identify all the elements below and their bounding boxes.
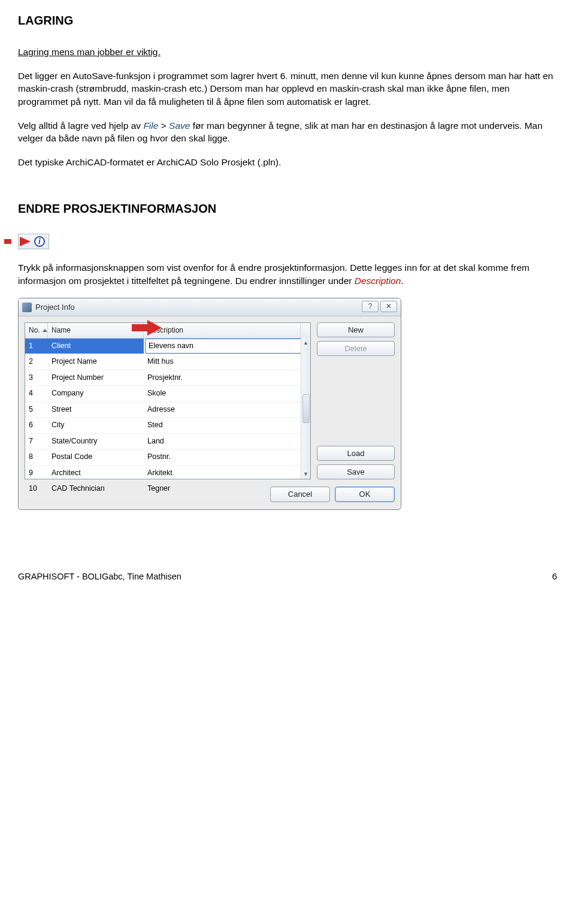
lagring-format-text: Det typiske ArchiCAD-formatet er ArchiCA… [18, 156, 557, 169]
table-row[interactable]: 3 Project Number Prosjektnr. [25, 370, 310, 386]
new-button[interactable]: New [317, 322, 395, 337]
dialog-title: Project Info [35, 302, 75, 313]
project-info-dialog: Project Info ? ✕ No. Name Description 1 … [18, 298, 401, 510]
table-row[interactable]: 8 Postal Code Postnr. [25, 449, 310, 466]
load-button[interactable]: Load [317, 446, 395, 461]
heading-lagring: LAGRING [18, 12, 557, 29]
red-arrow-icon [20, 237, 31, 246]
save-button[interactable]: Save [317, 464, 395, 479]
lagring-autosave-text: Det ligger en AutoSave-funksjon i progra… [18, 70, 557, 108]
footer-credit: GRAPHISOFT - BOLIGabc, Tine Mathisen [18, 570, 181, 582]
endre-prosjekt-text: Trykk på informasjonsknappen som vist ov… [18, 261, 557, 287]
scrollbar[interactable]: ▲ ▼ [301, 338, 310, 479]
ok-button[interactable]: OK [335, 487, 395, 502]
description-input[interactable]: Elevens navn [145, 339, 309, 354]
dialog-titlebar[interactable]: Project Info ? ✕ [19, 298, 401, 316]
col-name[interactable]: Name [48, 323, 144, 338]
table-row[interactable]: 5 Street Adresse [25, 402, 310, 418]
col-description[interactable]: Description [144, 323, 301, 338]
menu-path-file: File [143, 120, 158, 131]
help-button[interactable]: ? [362, 301, 379, 312]
menu-path-save: Save [169, 120, 190, 131]
col-no[interactable]: No. [25, 323, 48, 338]
info-toolbar-screenshot: i [18, 234, 49, 249]
table-row[interactable]: 7 State/Country Land [25, 434, 310, 450]
red-arrow-icon [132, 320, 162, 336]
info-icon: i [34, 236, 45, 247]
table-row[interactable]: 2 Project Name Mitt hus [25, 354, 310, 370]
scroll-thumb[interactable] [302, 394, 310, 423]
red-arrow-icon [4, 239, 11, 244]
page-number: 6 [552, 570, 557, 582]
project-info-table: No. Name Description 1 Client Elevens na… [25, 322, 311, 479]
lagring-file-save-text: Velg alltid å lagre ved hjelp av File > … [18, 119, 557, 145]
sort-asc-icon [43, 329, 47, 332]
table-row[interactable]: 1 Client Elevens navn [25, 339, 310, 355]
scroll-up-icon[interactable]: ▲ [302, 338, 310, 348]
table-row[interactable]: 4 Company Skole [25, 386, 310, 402]
table-header: No. Name Description [25, 323, 310, 339]
delete-button[interactable]: Delete [317, 341, 395, 356]
table-row[interactable]: 9 Architect Arkitekt [25, 466, 310, 482]
close-button[interactable]: ✕ [380, 301, 397, 312]
lagring-intro: Lagring mens man jobber er viktig. [18, 46, 557, 59]
app-icon [22, 303, 32, 312]
description-term: Description [355, 276, 401, 286]
scroll-down-icon[interactable]: ▼ [302, 469, 310, 479]
table-row[interactable]: 6 City Sted [25, 418, 310, 434]
table-row[interactable]: 10 CAD Technician Tegner [25, 481, 310, 497]
heading-endre-prosjektinfo: ENDRE PROSJEKTINFORMASJON [18, 200, 557, 217]
